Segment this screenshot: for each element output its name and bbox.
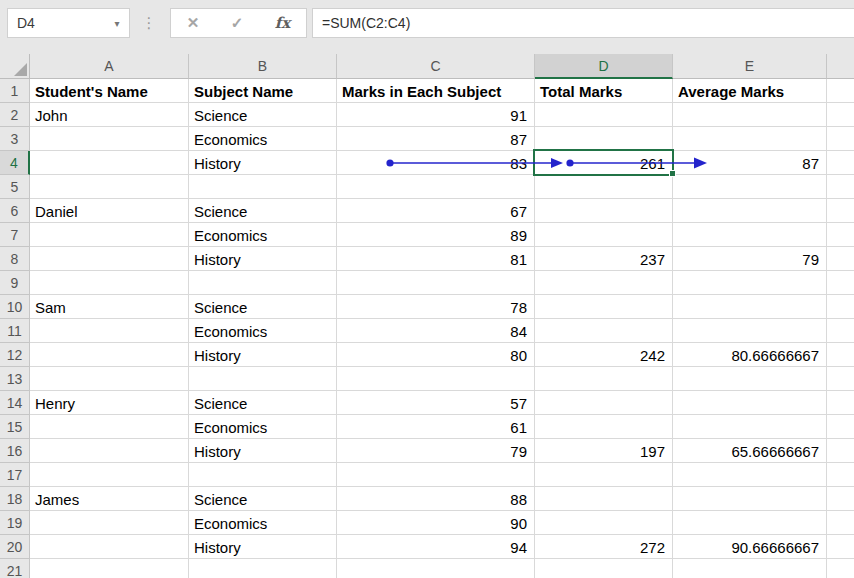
cell-B20[interactable]: History — [189, 535, 337, 559]
cell-D12[interactable]: 242 — [535, 343, 673, 367]
cancel-icon[interactable]: ✕ — [187, 14, 200, 32]
cell-E21[interactable] — [673, 559, 827, 578]
column-header-C[interactable]: C — [337, 54, 535, 79]
cell-F5[interactable] — [827, 175, 854, 199]
cell-E7[interactable] — [673, 223, 827, 247]
cell-E17[interactable] — [673, 463, 827, 487]
row-header-6[interactable]: 6 — [0, 199, 30, 223]
cell-D18[interactable] — [535, 487, 673, 511]
cell-E1[interactable]: Average Marks — [673, 79, 827, 103]
cell-B17[interactable] — [189, 463, 337, 487]
cell-E14[interactable] — [673, 391, 827, 415]
cell-B5[interactable] — [189, 175, 337, 199]
cell-A10[interactable]: Sam — [30, 295, 189, 319]
enter-icon[interactable]: ✓ — [231, 14, 244, 32]
cell-C14[interactable]: 57 — [337, 391, 535, 415]
name-box-dropdown-icon[interactable]: ▾ — [105, 18, 129, 29]
cell-B3[interactable]: Economics — [189, 127, 337, 151]
cell-C6[interactable]: 67 — [337, 199, 535, 223]
cell-B8[interactable]: History — [189, 247, 337, 271]
cell-A19[interactable] — [30, 511, 189, 535]
cell-F15[interactable] — [827, 415, 854, 439]
cell-C15[interactable]: 61 — [337, 415, 535, 439]
cell-C9[interactable] — [337, 271, 535, 295]
cell-B4[interactable]: History — [189, 151, 337, 175]
cell-E9[interactable] — [673, 271, 827, 295]
row-header-14[interactable]: 14 — [0, 391, 30, 415]
cell-D11[interactable] — [535, 319, 673, 343]
cell-D16[interactable]: 197 — [535, 439, 673, 463]
cell-E6[interactable] — [673, 199, 827, 223]
cell-D8[interactable]: 237 — [535, 247, 673, 271]
fill-handle[interactable] — [669, 170, 676, 177]
cell-D3[interactable] — [535, 127, 673, 151]
cell-B1[interactable]: Subject Name — [189, 79, 337, 103]
cell-C21[interactable] — [337, 559, 535, 578]
row-header-16[interactable]: 16 — [0, 439, 30, 463]
cell-D19[interactable] — [535, 511, 673, 535]
cell-B21[interactable] — [189, 559, 337, 578]
cell-B2[interactable]: Science — [189, 103, 337, 127]
cell-C8[interactable]: 81 — [337, 247, 535, 271]
cell-D20[interactable]: 272 — [535, 535, 673, 559]
column-header-E[interactable]: E — [673, 54, 827, 79]
cell-E18[interactable] — [673, 487, 827, 511]
cell-A7[interactable] — [30, 223, 189, 247]
cell-F2[interactable] — [827, 103, 854, 127]
cell-F6[interactable] — [827, 199, 854, 223]
cell-D9[interactable] — [535, 271, 673, 295]
cell-F1[interactable] — [827, 79, 854, 103]
row-header-17[interactable]: 17 — [0, 463, 30, 487]
column-header-D[interactable]: D — [535, 54, 673, 79]
column-header-F[interactable] — [827, 54, 854, 79]
cell-A21[interactable] — [30, 559, 189, 578]
row-header-9[interactable]: 9 — [0, 271, 30, 295]
cell-F14[interactable] — [827, 391, 854, 415]
cell-D13[interactable] — [535, 367, 673, 391]
row-header-5[interactable]: 5 — [0, 175, 30, 199]
cell-F10[interactable] — [827, 295, 854, 319]
cell-E15[interactable] — [673, 415, 827, 439]
cell-F17[interactable] — [827, 463, 854, 487]
cell-F8[interactable] — [827, 247, 854, 271]
cell-B19[interactable]: Economics — [189, 511, 337, 535]
cell-A3[interactable] — [30, 127, 189, 151]
cell-B6[interactable]: Science — [189, 199, 337, 223]
formula-input[interactable]: =SUM(C2:C4) — [312, 8, 854, 38]
cell-D14[interactable] — [535, 391, 673, 415]
cell-A15[interactable] — [30, 415, 189, 439]
cell-D5[interactable] — [535, 175, 673, 199]
cell-E5[interactable] — [673, 175, 827, 199]
cell-B18[interactable]: Science — [189, 487, 337, 511]
cell-A2[interactable]: John — [30, 103, 189, 127]
cell-C13[interactable] — [337, 367, 535, 391]
cell-A18[interactable]: James — [30, 487, 189, 511]
cell-C10[interactable]: 78 — [337, 295, 535, 319]
cell-C7[interactable]: 89 — [337, 223, 535, 247]
cell-C12[interactable]: 80 — [337, 343, 535, 367]
cell-B15[interactable]: Economics — [189, 415, 337, 439]
cell-F18[interactable] — [827, 487, 854, 511]
cell-E11[interactable] — [673, 319, 827, 343]
cell-C17[interactable] — [337, 463, 535, 487]
cell-C2[interactable]: 91 — [337, 103, 535, 127]
cell-B10[interactable]: Science — [189, 295, 337, 319]
cell-D17[interactable] — [535, 463, 673, 487]
cell-D6[interactable] — [535, 199, 673, 223]
cell-B14[interactable]: Science — [189, 391, 337, 415]
cell-F12[interactable] — [827, 343, 854, 367]
cell-B12[interactable]: History — [189, 343, 337, 367]
cell-F4[interactable] — [827, 151, 854, 175]
row-header-12[interactable]: 12 — [0, 343, 30, 367]
cell-A8[interactable] — [30, 247, 189, 271]
cell-F19[interactable] — [827, 511, 854, 535]
cell-A12[interactable] — [30, 343, 189, 367]
cell-F3[interactable] — [827, 127, 854, 151]
cell-D7[interactable] — [535, 223, 673, 247]
cell-E19[interactable] — [673, 511, 827, 535]
cell-F21[interactable] — [827, 559, 854, 578]
cell-A13[interactable] — [30, 367, 189, 391]
cell-C16[interactable]: 79 — [337, 439, 535, 463]
cell-F11[interactable] — [827, 319, 854, 343]
column-header-A[interactable]: A — [30, 54, 189, 79]
